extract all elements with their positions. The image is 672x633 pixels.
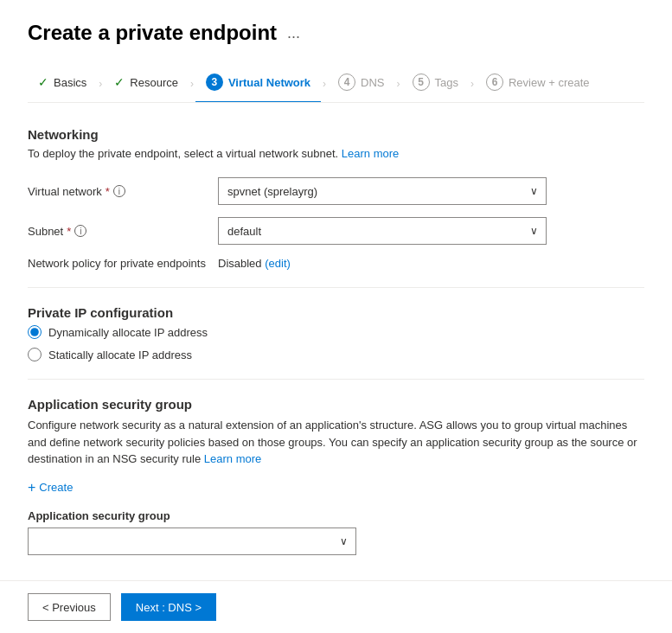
radio-static[interactable]: Statically allocate IP address xyxy=(28,348,644,361)
step-tags-label: Tags xyxy=(435,76,458,89)
next-button[interactable]: Next : DNS > xyxy=(121,593,216,621)
step-review-create: 6 Review + create xyxy=(476,67,600,103)
step-number-dns: 4 xyxy=(338,74,355,91)
step-review-label: Review + create xyxy=(509,76,590,89)
step-divider-2: › xyxy=(189,78,195,90)
step-divider-5: › xyxy=(469,78,476,90)
previous-button[interactable]: < Previous xyxy=(28,593,111,621)
asg-learn-more-link[interactable]: Learn more xyxy=(204,452,261,465)
subnet-label: Subnet * i xyxy=(28,225,218,238)
networking-section: Networking To deploy the private endpoin… xyxy=(28,127,644,270)
asg-select[interactable] xyxy=(28,528,356,555)
asg-create-link[interactable]: + Create xyxy=(28,480,73,496)
asg-section: Application security group Configure net… xyxy=(28,397,644,555)
asg-field-label: Application security group xyxy=(28,509,644,522)
step-resource[interactable]: ✓ Resource xyxy=(104,68,189,101)
network-policy-label: Network policy for private endpoints xyxy=(28,257,218,270)
network-policy-edit-link[interactable]: (edit) xyxy=(265,257,291,270)
radio-dynamic[interactable]: Dynamically allocate IP address xyxy=(28,325,644,339)
network-policy-row: Network policy for private endpoints Dis… xyxy=(28,257,644,270)
subnet-dropdown-wrapper: default xyxy=(218,217,547,245)
asg-create-label: Create xyxy=(39,481,73,494)
radio-dynamic-input[interactable] xyxy=(28,325,42,339)
network-policy-value: Disabled (edit) xyxy=(218,257,291,270)
radio-dynamic-label: Dynamically allocate IP address xyxy=(48,326,208,339)
ellipsis-menu-icon[interactable]: ... xyxy=(287,24,300,42)
private-ip-radio-group: Dynamically allocate IP address Statical… xyxy=(28,325,644,361)
virtual-network-control: spvnet (sprelayrg) xyxy=(218,177,547,205)
virtual-network-select[interactable]: spvnet (sprelayrg) xyxy=(218,177,547,205)
radio-static-input[interactable] xyxy=(28,348,42,361)
check-icon-resource: ✓ xyxy=(114,75,125,89)
virtual-network-label: Virtual network * i xyxy=(28,185,218,198)
step-basics[interactable]: ✓ Basics xyxy=(28,68,97,101)
asg-description: Configure network security as a natural … xyxy=(28,417,644,468)
networking-learn-more-link[interactable]: Learn more xyxy=(342,147,399,160)
step-divider-3: › xyxy=(321,78,328,90)
step-resource-label: Resource xyxy=(130,76,178,89)
wizard-steps: ✓ Basics › ✓ Resource › 3 Virtual Networ… xyxy=(28,66,644,103)
step-virtual-network[interactable]: 3 Virtual Network xyxy=(195,67,321,103)
step-tags: 5 Tags xyxy=(402,67,469,103)
private-ip-section: Private IP configuration Dynamically all… xyxy=(28,305,644,361)
private-ip-title: Private IP configuration xyxy=(28,305,644,320)
check-icon-basics: ✓ xyxy=(38,75,48,89)
virtual-network-row: Virtual network * i spvnet (sprelayrg) xyxy=(28,177,644,205)
virtual-network-dropdown-wrapper: spvnet (sprelayrg) xyxy=(218,177,547,205)
required-star-subnet: * xyxy=(67,225,71,238)
subnet-row: Subnet * i default xyxy=(28,217,644,245)
step-divider-4: › xyxy=(395,78,402,90)
step-vnet-label: Virtual Network xyxy=(228,76,310,89)
step-number-review: 6 xyxy=(486,74,503,91)
radio-static-label: Statically allocate IP address xyxy=(48,348,192,361)
networking-title: Networking xyxy=(28,127,644,142)
info-icon-vnet[interactable]: i xyxy=(113,185,125,197)
asg-title: Application security group xyxy=(28,397,644,412)
divider-1 xyxy=(28,287,644,288)
divider-2 xyxy=(28,379,644,380)
step-number-tags: 5 xyxy=(413,74,430,91)
required-star-vnet: * xyxy=(106,185,110,198)
asg-dropdown-wrapper xyxy=(28,528,356,555)
footer: < Previous Next : DNS > xyxy=(0,580,672,633)
step-divider-1: › xyxy=(97,78,104,90)
networking-description: To deploy the private endpoint, select a… xyxy=(28,147,644,160)
step-basics-label: Basics xyxy=(54,76,86,89)
plus-icon: + xyxy=(28,480,35,496)
info-icon-subnet[interactable]: i xyxy=(74,225,86,237)
step-number-vnet: 3 xyxy=(206,74,223,91)
subnet-control: default xyxy=(218,217,547,245)
subnet-select[interactable]: default xyxy=(218,217,547,245)
page-title: Create a private endpoint xyxy=(28,21,277,45)
step-dns: 4 DNS xyxy=(328,67,394,103)
step-dns-label: DNS xyxy=(361,76,384,89)
